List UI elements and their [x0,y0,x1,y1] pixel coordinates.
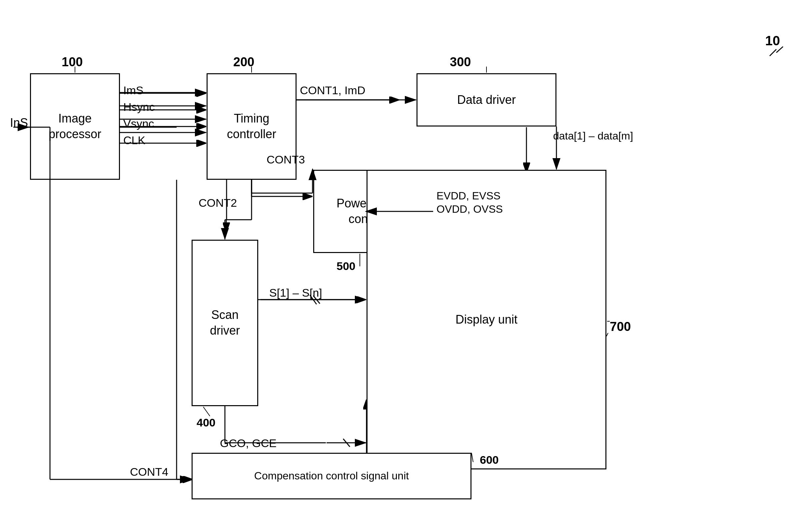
cont1-imd-label: CONT1, ImD [300,84,365,97]
evdd-label: EVDD, EVSS [437,190,500,202]
gco-gce-label: GCO, GCE [220,437,277,450]
ref-700: 700 [610,320,631,334]
vsync-label: Vsync [123,117,154,130]
svg-line-53 [203,407,210,416]
ims-label: ImS [123,84,143,97]
data-range-label: data[1] – data[m] [553,130,633,142]
ref-10: 10 [765,33,780,48]
image-processor-label: Image processor [31,111,119,142]
cont2-label: CONT2 [198,196,237,210]
ref-500: 500 [337,260,356,273]
data-driver-label: Data driver [457,92,516,108]
svg-line-49 [770,49,776,56]
svg-line-50 [606,333,608,336]
cont3-label: CONT3 [266,153,305,166]
ref-100: 100 [62,55,83,69]
ref-400: 400 [197,416,215,429]
ref-300: 300 [450,55,471,69]
compensation-control-label: Compensation control signal unit [254,469,409,483]
scan-driver-label: Scandriver [210,307,240,338]
svg-line-40 [343,439,350,447]
ref-600: 600 [480,453,499,466]
ref-200: 200 [233,55,254,69]
display-unit-label: Display unit [455,312,517,328]
clk-label: CLK [123,134,145,147]
data-driver-block: Data driver [417,73,556,127]
scan-range-label: S[1] – S[n] [269,286,322,299]
diagram: Image processor Timingcontroller Data dr… [0,0,810,532]
cont4-label: CONT4 [130,465,168,478]
compensation-control-block: Compensation control signal unit [192,453,471,499]
ovdd-label: OVDD, OVSS [437,203,503,215]
timing-controller-label: Timingcontroller [227,111,276,142]
scan-driver-block: Scandriver [192,240,258,406]
hsync-label: Hsync [123,101,155,114]
image-processor-block: Image processor [30,73,120,180]
ins-label: InS [10,116,28,130]
